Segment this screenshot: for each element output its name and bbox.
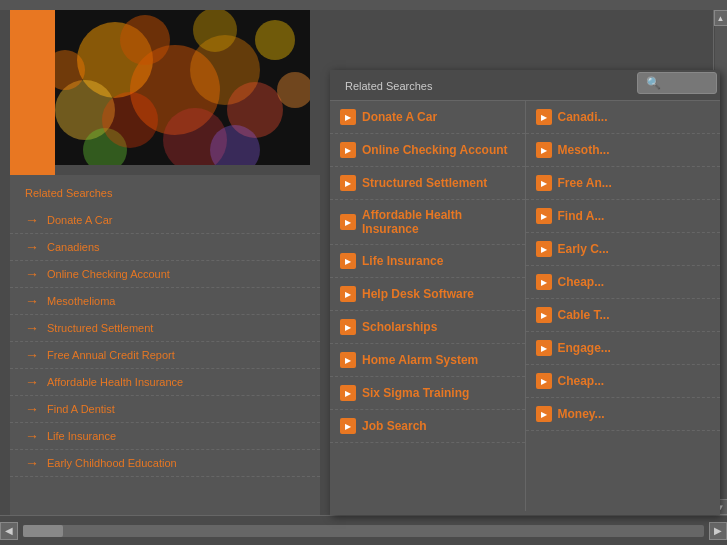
sidebar-item-affordable-health[interactable]: → Affordable Health Insurance bbox=[10, 369, 320, 396]
right-item-home-alarm[interactable]: Home Alarm System bbox=[330, 344, 525, 377]
right-item-help-desk[interactable]: Help Desk Software bbox=[330, 278, 525, 311]
right-arrow-icon bbox=[536, 274, 552, 290]
right-arrow-icon bbox=[536, 175, 552, 191]
arrow-icon: → bbox=[25, 428, 39, 444]
right-item-donate-car[interactable]: Donate A Car bbox=[330, 101, 525, 134]
right-arrow-icon bbox=[340, 319, 356, 335]
sidebar-item-free-annual[interactable]: → Free Annual Credit Report bbox=[10, 342, 320, 369]
right-link: Mesoth... bbox=[558, 143, 610, 157]
right-link: Life Insurance bbox=[362, 254, 443, 268]
right-link: Cable T... bbox=[558, 308, 610, 322]
right-item-structured-settlement[interactable]: Structured Settlement bbox=[330, 167, 525, 200]
right-item-six-sigma[interactable]: Six Sigma Training bbox=[330, 377, 525, 410]
search-icon: 🔍 bbox=[646, 76, 661, 90]
right-item-life-insurance[interactable]: Life Insurance bbox=[330, 245, 525, 278]
right-arrow-icon bbox=[536, 406, 552, 422]
right-arrow-icon bbox=[536, 373, 552, 389]
scroll-up-button[interactable]: ▲ bbox=[714, 10, 728, 26]
sidebar-item-find-dentist[interactable]: → Find A Dentist bbox=[10, 396, 320, 423]
right-arrow-icon bbox=[340, 142, 356, 158]
right-panel-content: Donate A Car Online Checking Account Str… bbox=[330, 101, 720, 511]
right-panel: Related Searches Donate A Car Online Che… bbox=[330, 70, 720, 515]
right-link: Job Search bbox=[362, 419, 427, 433]
sidebar-link: Early Childhood Education bbox=[47, 457, 177, 469]
right-link: Scholarships bbox=[362, 320, 437, 334]
orange-accent bbox=[10, 10, 55, 175]
horizontal-scroll-thumb[interactable] bbox=[23, 525, 63, 537]
right-arrow-icon bbox=[340, 109, 356, 125]
arrow-icon: → bbox=[25, 212, 39, 228]
right-item-early-c[interactable]: Early C... bbox=[526, 233, 721, 266]
right-link: Cheap... bbox=[558, 275, 605, 289]
arrow-icon: → bbox=[25, 293, 39, 309]
right-item-canadiens[interactable]: Canadi... bbox=[526, 101, 721, 134]
right-item-cable-t[interactable]: Cable T... bbox=[526, 299, 721, 332]
right-link: Canadi... bbox=[558, 110, 608, 124]
right-link: Money... bbox=[558, 407, 605, 421]
svg-point-14 bbox=[193, 10, 237, 52]
scroll-right-button[interactable]: ▶ bbox=[709, 522, 727, 540]
right-arrow-icon bbox=[536, 142, 552, 158]
sidebar-item-life-insurance[interactable]: → Life Insurance bbox=[10, 423, 320, 450]
right-item-cheap1[interactable]: Cheap... bbox=[526, 266, 721, 299]
right-item-mesothelioma[interactable]: Mesoth... bbox=[526, 134, 721, 167]
right-item-affordable-health[interactable]: Affordable Health Insurance bbox=[330, 200, 525, 245]
right-item-job-search[interactable]: Job Search bbox=[330, 410, 525, 443]
right-link: Online Checking Account bbox=[362, 143, 508, 157]
sidebar-link: Affordable Health Insurance bbox=[47, 376, 183, 388]
arrow-icon: → bbox=[25, 455, 39, 471]
sidebar-item-structured-settlement[interactable]: → Structured Settlement bbox=[10, 315, 320, 342]
right-arrow-icon bbox=[340, 253, 356, 269]
right-item-free-annual[interactable]: Free An... bbox=[526, 167, 721, 200]
right-item-scholarships[interactable]: Scholarships bbox=[330, 311, 525, 344]
sidebar-item-donate-a-car[interactable]: → Donate A Car bbox=[10, 207, 320, 234]
right-arrow-icon bbox=[340, 286, 356, 302]
sidebar-link: Free Annual Credit Report bbox=[47, 349, 175, 361]
sidebar-item-early-childhood[interactable]: → Early Childhood Education bbox=[10, 450, 320, 477]
right-arrow-icon bbox=[340, 418, 356, 434]
scroll-left-button[interactable]: ◀ bbox=[0, 522, 18, 540]
right-arrow-icon bbox=[536, 241, 552, 257]
right-link: Engage... bbox=[558, 341, 611, 355]
right-item-online-checking[interactable]: Online Checking Account bbox=[330, 134, 525, 167]
horizontal-scroll-track bbox=[23, 525, 704, 537]
sidebar-link: Donate A Car bbox=[47, 214, 112, 226]
right-arrow-icon bbox=[340, 385, 356, 401]
sidebar-item-mesothelioma[interactable]: → Mesothelioma bbox=[10, 288, 320, 315]
main-container: 🔍 Related Searches → Donate A Car → Cana… bbox=[0, 0, 727, 545]
left-sidebar: Related Searches → Donate A Car → Canadi… bbox=[10, 175, 320, 515]
right-arrow-icon bbox=[536, 109, 552, 125]
right-arrow-icon bbox=[536, 340, 552, 356]
right-link: Six Sigma Training bbox=[362, 386, 469, 400]
arrow-icon: → bbox=[25, 266, 39, 282]
arrow-icon: → bbox=[25, 239, 39, 255]
right-panel-right-col: Canadi... Mesoth... Free An... Find A...… bbox=[526, 101, 721, 511]
right-item-cheap2[interactable]: Cheap... bbox=[526, 365, 721, 398]
right-arrow-icon bbox=[536, 208, 552, 224]
right-item-engage[interactable]: Engage... bbox=[526, 332, 721, 365]
right-item-money[interactable]: Money... bbox=[526, 398, 721, 431]
arrow-icon: → bbox=[25, 374, 39, 390]
right-link: Home Alarm System bbox=[362, 353, 478, 367]
right-arrow-icon bbox=[536, 307, 552, 323]
sidebar-link: Canadiens bbox=[47, 241, 100, 253]
right-arrow-icon bbox=[340, 352, 356, 368]
search-bar[interactable]: 🔍 bbox=[637, 72, 717, 94]
right-item-find-a[interactable]: Find A... bbox=[526, 200, 721, 233]
right-link: Help Desk Software bbox=[362, 287, 474, 301]
svg-point-13 bbox=[102, 92, 158, 148]
right-link: Cheap... bbox=[558, 374, 605, 388]
right-link: Early C... bbox=[558, 242, 609, 256]
bokeh-image bbox=[55, 10, 310, 165]
sidebar-link: Life Insurance bbox=[47, 430, 116, 442]
right-arrow-icon bbox=[340, 214, 356, 230]
right-link: Free An... bbox=[558, 176, 612, 190]
svg-point-9 bbox=[255, 20, 295, 60]
sidebar-item-canadiens[interactable]: → Canadiens bbox=[10, 234, 320, 261]
sidebar-link: Online Checking Account bbox=[47, 268, 170, 280]
right-panel-left-col: Donate A Car Online Checking Account Str… bbox=[330, 101, 525, 511]
sidebar-item-online-checking[interactable]: → Online Checking Account bbox=[10, 261, 320, 288]
right-link: Affordable Health Insurance bbox=[362, 208, 515, 236]
arrow-icon: → bbox=[25, 347, 39, 363]
arrow-icon: → bbox=[25, 401, 39, 417]
